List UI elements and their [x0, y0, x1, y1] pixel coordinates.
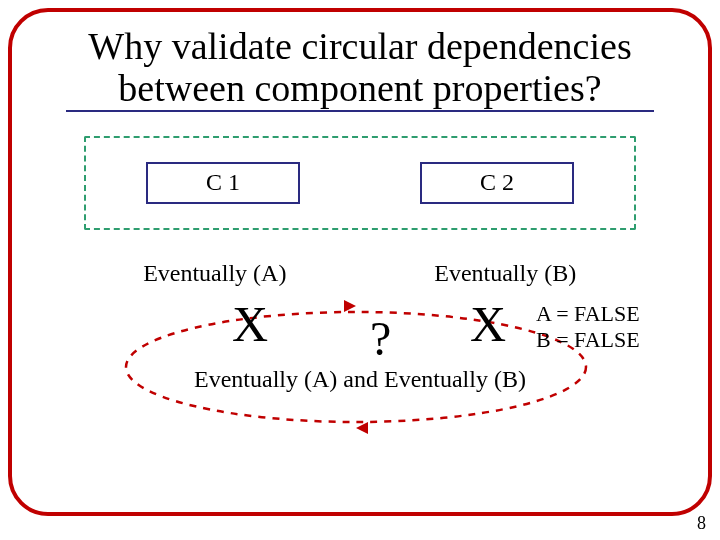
equality-box: A = FALSE B = FALSE [536, 301, 640, 354]
slide-frame [8, 8, 712, 516]
x-mark-left: X [232, 295, 268, 353]
a-false-text: A = FALSE [536, 301, 640, 327]
page-number: 8 [697, 513, 706, 534]
component-c1: C 1 [146, 162, 300, 204]
component-c2: C 2 [420, 162, 574, 204]
marks-row: X ? X A = FALSE B = FALSE [26, 291, 694, 366]
components-group: C 1 C 2 [84, 136, 636, 230]
question-mark: ? [370, 311, 391, 366]
x-mark-right: X [470, 295, 506, 353]
slide: Why validate circular dependencies betwe… [0, 0, 720, 540]
b-false-text: B = FALSE [536, 327, 640, 353]
